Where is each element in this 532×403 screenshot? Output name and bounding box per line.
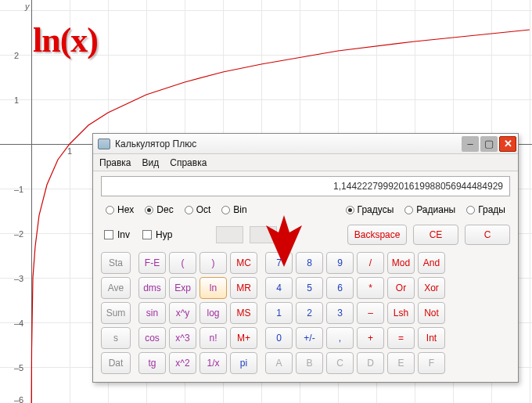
calculator-window: Калькулятор Плюс – ▢ ✕ Правка Вид Справк… <box>92 133 519 383</box>
key-sum[interactable]: Sum <box>101 302 131 324</box>
key-ms[interactable]: MS <box>230 302 257 324</box>
keypad: Sta Ave Sum s Dat F-E ( ) MC dms Exp ln <box>101 252 510 374</box>
key-8[interactable]: 8 <box>296 252 323 274</box>
key-sin[interactable]: sin <box>138 302 166 324</box>
key-s[interactable]: s <box>101 327 131 349</box>
key-5[interactable]: 5 <box>296 277 323 299</box>
key-not[interactable]: Not <box>418 302 445 324</box>
key-and[interactable]: And <box>418 252 445 274</box>
radio-degrees[interactable]: Градусы <box>341 204 399 215</box>
titlebar[interactable]: Калькулятор Плюс – ▢ ✕ <box>93 134 518 154</box>
key-fe[interactable]: F-E <box>138 252 166 274</box>
key-cos[interactable]: cos <box>138 327 166 349</box>
key-mc[interactable]: MC <box>230 252 257 274</box>
menu-help[interactable]: Справка <box>170 157 207 168</box>
key-0[interactable]: 0 <box>265 327 293 349</box>
key-mplus[interactable]: M+ <box>230 327 257 349</box>
c-button[interactable]: C <box>465 225 510 245</box>
key-7[interactable]: 7 <box>265 252 293 274</box>
number-system-row: Hex Dec Oct Bin Градусы Радианы Грады <box>101 200 510 219</box>
key-tg[interactable]: tg <box>138 352 166 374</box>
key-4[interactable]: 4 <box>265 277 293 299</box>
memory-slot <box>216 226 243 243</box>
key-dat[interactable]: Dat <box>101 352 131 374</box>
chart-title: ln(x) <box>33 20 98 60</box>
key-1x[interactable]: 1/x <box>200 352 227 374</box>
key-comma[interactable]: , <box>326 327 354 349</box>
radio-dec[interactable]: Dec <box>140 204 178 215</box>
key-b[interactable]: B <box>296 352 323 374</box>
backspace-button[interactable]: Backspace <box>347 225 407 245</box>
key-3[interactable]: 3 <box>326 302 354 324</box>
key-plusminus[interactable]: +/- <box>296 327 323 349</box>
key-add[interactable]: + <box>357 327 384 349</box>
key-9[interactable]: 9 <box>326 252 354 274</box>
key-6[interactable]: 6 <box>326 277 354 299</box>
key-or[interactable]: Or <box>387 277 415 299</box>
key-lparen[interactable]: ( <box>169 252 196 274</box>
key-lsh[interactable]: Lsh <box>387 302 415 324</box>
key-d[interactable]: D <box>357 352 384 374</box>
options-row: Inv Hyp Backspace CE C <box>101 223 510 246</box>
menubar: Правка Вид Справка <box>93 154 518 171</box>
key-ave[interactable]: Ave <box>101 277 131 299</box>
key-xor[interactable]: Xor <box>418 277 445 299</box>
radio-bin[interactable]: Bin <box>217 204 251 215</box>
numeric-column: 7 8 9 / Mod And 4 5 6 * Or Xor 1 2 <box>265 252 445 374</box>
key-sta[interactable]: Sta <box>101 252 131 274</box>
paren-slot <box>250 226 277 243</box>
key-subtract[interactable]: – <box>357 302 384 324</box>
menu-edit[interactable]: Правка <box>99 157 131 168</box>
key-exp[interactable]: Exp <box>169 277 196 299</box>
key-c-hex[interactable]: C <box>326 352 354 374</box>
key-divide[interactable]: / <box>357 252 384 274</box>
window-title: Калькулятор Плюс <box>115 139 462 149</box>
key-a[interactable]: A <box>265 352 293 374</box>
key-int[interactable]: Int <box>418 327 445 349</box>
check-hyp[interactable]: Hyp <box>139 229 175 240</box>
key-xy[interactable]: x^y <box>169 302 196 324</box>
menu-view[interactable]: Вид <box>142 157 160 168</box>
maximize-button[interactable]: ▢ <box>480 136 498 152</box>
ce-button[interactable]: CE <box>413 225 458 245</box>
radio-grads[interactable]: Грады <box>462 204 510 215</box>
key-e[interactable]: E <box>387 352 415 374</box>
check-inv[interactable]: Inv <box>101 229 133 240</box>
radio-oct[interactable]: Oct <box>180 204 216 215</box>
key-x2[interactable]: x^2 <box>169 352 196 374</box>
key-1[interactable]: 1 <box>265 302 293 324</box>
app-icon <box>98 139 110 149</box>
key-mod[interactable]: Mod <box>387 252 415 274</box>
sci-column: F-E ( ) MC dms Exp ln MR sin x^y log MS <box>138 252 257 374</box>
key-rparen[interactable]: ) <box>200 252 227 274</box>
close-button[interactable]: ✕ <box>499 136 516 152</box>
key-x3[interactable]: x^3 <box>169 327 196 349</box>
key-equals[interactable]: = <box>387 327 415 349</box>
display: 1,1442227999201619988056944484929 <box>101 176 510 196</box>
key-multiply[interactable]: * <box>357 277 384 299</box>
key-nfact[interactable]: n! <box>200 327 227 349</box>
radio-radians[interactable]: Радианы <box>400 204 460 215</box>
key-pi[interactable]: pi <box>230 352 257 374</box>
key-log[interactable]: log <box>200 302 227 324</box>
radio-hex[interactable]: Hex <box>101 204 138 215</box>
minimize-button[interactable]: – <box>462 136 479 152</box>
key-mr[interactable]: MR <box>230 277 257 299</box>
stat-column: Sta Ave Sum s Dat <box>101 252 131 374</box>
key-f[interactable]: F <box>418 352 445 374</box>
key-dms[interactable]: dms <box>138 277 166 299</box>
key-2[interactable]: 2 <box>296 302 323 324</box>
key-ln[interactable]: ln <box>200 277 227 299</box>
